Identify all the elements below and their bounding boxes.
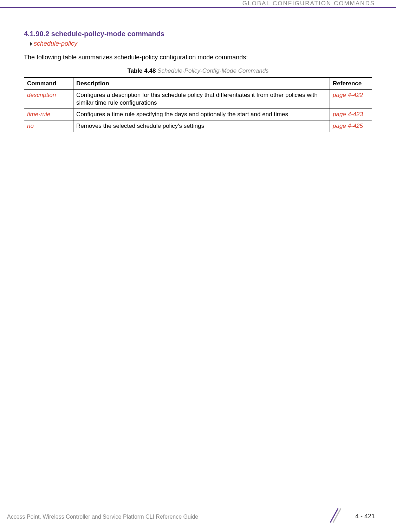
command-link[interactable]: no bbox=[24, 120, 73, 132]
reference-link[interactable]: page 4-425 bbox=[330, 120, 372, 132]
col-header-reference: Reference bbox=[330, 78, 372, 90]
reference-link[interactable]: page 4-422 bbox=[330, 90, 372, 109]
reference-link[interactable]: page 4-423 bbox=[330, 109, 372, 120]
chevron-right-icon bbox=[30, 42, 32, 46]
table-caption-number: Table 4.48 bbox=[127, 67, 156, 74]
table-row: time-rule Configures a time rule specify… bbox=[24, 109, 372, 120]
page-number: 4 - 421 bbox=[355, 513, 375, 520]
footer: Access Point, Wireless Controller and Se… bbox=[0, 511, 396, 521]
commands-table: Command Description Reference descriptio… bbox=[24, 77, 372, 132]
header-title: GLOBAL CONFIGURATION COMMANDS bbox=[242, 0, 375, 7]
table-header-row: Command Description Reference bbox=[24, 78, 372, 90]
table-caption: Table 4.48 Schedule-Policy-Config-Mode C… bbox=[24, 67, 372, 74]
command-description: Configures a time rule specifying the da… bbox=[73, 109, 330, 120]
breadcrumb[interactable]: schedule-policy bbox=[30, 40, 372, 47]
footer-text: Access Point, Wireless Controller and Se… bbox=[7, 514, 198, 520]
command-link[interactable]: description bbox=[24, 90, 73, 109]
breadcrumb-label: schedule-policy bbox=[34, 40, 77, 47]
table-caption-title: Schedule-Policy-Config-Mode Commands bbox=[157, 67, 269, 74]
command-description: Configures a description for this schedu… bbox=[73, 90, 330, 109]
content-area: 4.1.90.2 schedule-policy-mode commands s… bbox=[24, 30, 372, 132]
footer-slash-icon bbox=[327, 507, 342, 524]
col-header-command: Command bbox=[24, 78, 73, 90]
intro-text: The following table summarizes schedule-… bbox=[24, 54, 372, 61]
command-description: Removes the selected schedule policy's s… bbox=[73, 120, 330, 132]
command-link[interactable]: time-rule bbox=[24, 109, 73, 120]
table-row: description Configures a description for… bbox=[24, 90, 372, 109]
table-row: no Removes the selected schedule policy'… bbox=[24, 120, 372, 132]
header-rule bbox=[0, 7, 396, 8]
section-heading: 4.1.90.2 schedule-policy-mode commands bbox=[24, 30, 372, 38]
col-header-description: Description bbox=[73, 78, 330, 90]
